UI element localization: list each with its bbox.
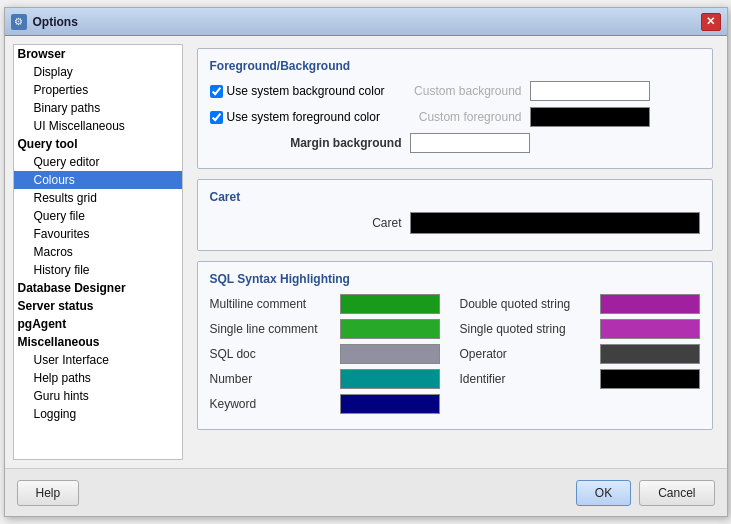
custom-fg-label: Custom foreground — [410, 110, 530, 124]
main-content: Foreground/Background Use system backgro… — [183, 36, 727, 468]
hl-multiline-label: Multiline comment — [210, 297, 340, 311]
margin-bg-row: Margin background — [210, 133, 700, 153]
sidebar-item-logging[interactable]: Logging — [14, 405, 182, 423]
custom-bg-label: Custom background — [410, 84, 530, 98]
cancel-button[interactable]: Cancel — [639, 480, 714, 506]
margin-bg-label: Margin background — [210, 136, 410, 150]
hl-keyword-label: Keyword — [210, 397, 340, 411]
sidebar-group-server-status[interactable]: Server status — [14, 297, 182, 315]
hl-sql-doc-swatch[interactable] — [340, 344, 440, 364]
sql-syntax-section: SQL Syntax Highlighting Multiline commen… — [197, 261, 713, 430]
window-footer: Help OK Cancel — [5, 468, 727, 516]
sidebar-item-help-paths[interactable]: Help paths — [14, 369, 182, 387]
hl-sgl-quoted-label: Single quoted string — [460, 322, 600, 336]
hl-operator-swatch[interactable] — [600, 344, 700, 364]
title-bar: ⚙ Options ✕ — [5, 8, 727, 36]
hl-identifier-label: Identifier — [460, 372, 600, 386]
hl-identifier-swatch[interactable] — [600, 369, 700, 389]
sidebar-item-results-grid[interactable]: Results grid — [14, 189, 182, 207]
options-window: ⚙ Options ✕ Browser Display Properties B… — [4, 7, 728, 517]
sidebar-item-query-file[interactable]: Query file — [14, 207, 182, 225]
use-system-bg-row: Use system background color Custom backg… — [210, 81, 700, 101]
sidebar-group-pgagent[interactable]: pgAgent — [14, 315, 182, 333]
use-system-fg-row: Use system foreground color Custom foreg… — [210, 107, 700, 127]
sql-syntax-title: SQL Syntax Highlighting — [210, 272, 700, 286]
sidebar-group-db-designer[interactable]: Database Designer — [14, 279, 182, 297]
sidebar-group-query-tool: Query tool — [14, 135, 182, 153]
caret-swatch[interactable] — [410, 212, 700, 234]
sidebar-item-ui-misc[interactable]: UI Miscellaneous — [14, 117, 182, 135]
use-system-bg-checkbox[interactable] — [210, 85, 223, 98]
hl-row-5: Keyword — [210, 394, 700, 414]
window-title: Options — [33, 15, 701, 29]
margin-bg-swatch[interactable] — [410, 133, 530, 153]
hl-dbl-quoted-swatch[interactable] — [600, 294, 700, 314]
use-system-fg-label: Use system foreground color — [210, 110, 410, 124]
sidebar: Browser Display Properties Binary paths … — [13, 44, 183, 460]
sidebar-item-colours[interactable]: Colours — [14, 171, 182, 189]
sidebar-group-browser: Browser — [14, 45, 182, 63]
hl-sql-doc-label: SQL doc — [210, 347, 340, 361]
fg-bg-section: Foreground/Background Use system backgro… — [197, 48, 713, 169]
hl-row-2: Single line comment Single quoted string — [210, 319, 700, 339]
hl-number-swatch[interactable] — [340, 369, 440, 389]
sidebar-item-display[interactable]: Display — [14, 63, 182, 81]
sidebar-item-binary-paths[interactable]: Binary paths — [14, 99, 182, 117]
hl-row-3: SQL doc Operator — [210, 344, 700, 364]
hl-multiline-swatch[interactable] — [340, 294, 440, 314]
custom-bg-swatch[interactable] — [530, 81, 650, 101]
caret-section: Caret Caret — [197, 179, 713, 251]
sidebar-group-miscellaneous: Miscellaneous — [14, 333, 182, 351]
ok-button[interactable]: OK — [576, 480, 631, 506]
sidebar-item-properties[interactable]: Properties — [14, 81, 182, 99]
caret-title: Caret — [210, 190, 700, 204]
hl-sgl-quoted-swatch[interactable] — [600, 319, 700, 339]
help-button[interactable]: Help — [17, 480, 80, 506]
hl-single-line-label: Single line comment — [210, 322, 340, 336]
window-icon: ⚙ — [11, 14, 27, 30]
hl-single-line-swatch[interactable] — [340, 319, 440, 339]
sidebar-item-query-editor[interactable]: Query editor — [14, 153, 182, 171]
hl-row-1: Multiline comment Double quoted string — [210, 294, 700, 314]
caret-row: Caret — [210, 212, 700, 234]
fg-bg-title: Foreground/Background — [210, 59, 700, 73]
hl-dbl-quoted-label: Double quoted string — [460, 297, 600, 311]
hl-keyword-swatch[interactable] — [340, 394, 440, 414]
sidebar-item-user-interface[interactable]: User Interface — [14, 351, 182, 369]
hl-operator-label: Operator — [460, 347, 600, 361]
sidebar-item-history-file[interactable]: History file — [14, 261, 182, 279]
caret-label: Caret — [210, 216, 410, 230]
hl-row-4: Number Identifier — [210, 369, 700, 389]
sidebar-item-macros[interactable]: Macros — [14, 243, 182, 261]
window-body: Browser Display Properties Binary paths … — [5, 36, 727, 468]
sidebar-item-favourites[interactable]: Favourites — [14, 225, 182, 243]
custom-fg-swatch[interactable] — [530, 107, 650, 127]
use-system-fg-checkbox[interactable] — [210, 111, 223, 124]
close-button[interactable]: ✕ — [701, 13, 721, 31]
use-system-bg-label: Use system background color — [210, 84, 410, 98]
sidebar-item-guru-hints[interactable]: Guru hints — [14, 387, 182, 405]
hl-number-label: Number — [210, 372, 340, 386]
